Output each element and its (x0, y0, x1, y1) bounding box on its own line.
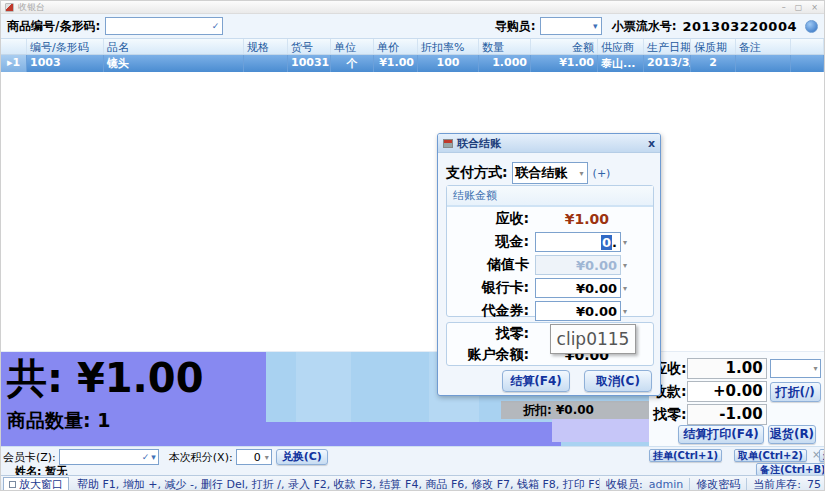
settle-print-button[interactable]: 结算打印(F4) (678, 425, 764, 444)
bank-card-label: 银行卡: (451, 279, 529, 297)
col-qty[interactable]: 数量 (479, 39, 531, 54)
stock-label: 当前库存: (753, 477, 801, 491)
minimize-icon[interactable]: – (782, 3, 786, 12)
chevron-down-icon: ▾ (151, 453, 156, 462)
zoom-window-tab[interactable]: 放大窗口 (3, 477, 69, 491)
checkbox-icon (9, 481, 16, 488)
col-name[interactable]: 品名 (104, 39, 244, 54)
quick-amount-select[interactable]: ▾ (770, 359, 821, 378)
product-code-label: 商品编号/条形码: (7, 18, 100, 35)
change-label: 找零: (653, 406, 687, 424)
table-row[interactable]: ▸1 1003 镜头 10031 个 ¥1.00 100 1.000 ¥1.00… (1, 55, 824, 72)
total-line: 共: ¥1.00 (7, 354, 260, 402)
change-password-link[interactable]: 修改密码 (696, 477, 740, 491)
col-shelflife[interactable]: 保质期 (691, 39, 736, 54)
total-label: 共: (7, 355, 63, 401)
product-code-input[interactable]: ✓ (105, 17, 223, 35)
dialog-settle-button[interactable]: 结算(F4) (502, 370, 570, 392)
member-card-input[interactable]: ✓ ▾ (59, 449, 159, 465)
close-icon[interactable]: × (811, 3, 818, 12)
voucher-input[interactable]: ¥0.00 (535, 301, 621, 321)
dialog-cancel-button[interactable]: 取消(C) (584, 370, 652, 392)
title-bar: 收银台 – ▢ × (1, 1, 824, 14)
stored-card-input: ¥0.00 (535, 255, 621, 275)
cell-proddate: 2013/3/1 (644, 55, 691, 72)
bank-card-input[interactable]: ¥0.00 (535, 278, 621, 298)
globe-icon[interactable] (805, 20, 818, 33)
hold-order-button[interactable]: 挂单(Ctrl+1) (649, 449, 722, 462)
dialog-close-icon[interactable]: x (648, 137, 655, 150)
window-title: 收银台 (18, 1, 45, 14)
cashier-value: admin (649, 478, 683, 491)
chevron-down-icon[interactable]: ▾ (623, 238, 627, 247)
pay-method-value: 联合结账 (516, 164, 578, 182)
discount-button[interactable]: 打折(/) (770, 382, 821, 402)
total-value: ¥1.00 (77, 355, 204, 401)
col-filler (791, 39, 824, 54)
maximize-icon[interactable]: ▢ (795, 3, 803, 12)
points-input[interactable]: 0 ▾ (236, 449, 272, 465)
purple-strip (266, 422, 561, 446)
receipt-label: 小票流水号: (612, 18, 677, 35)
col-discount[interactable]: 折扣率% (418, 39, 479, 54)
col-code[interactable]: 编号/条形码 (27, 39, 104, 54)
col-spec[interactable]: 规格 (244, 39, 288, 54)
exchange-button[interactable]: 兑换(C) (276, 449, 328, 465)
zoom-window-label: 放大窗口 (19, 477, 63, 491)
dlg-receivable-label: 应收: (451, 210, 529, 228)
chevron-down-icon: ▾ (623, 261, 627, 270)
discount-label: 折扣: (523, 402, 552, 419)
chevron-down-icon: ▾ (580, 169, 584, 178)
col-proddate[interactable]: 生产日期 (644, 39, 691, 54)
top-toolbar: 商品编号/条形码: ✓ 导购员: ▾ 小票流水号: 201303220004 (1, 14, 824, 38)
member-card-label: 会员卡(Z): (3, 450, 56, 465)
guide-label: 导购员: (495, 18, 536, 35)
cell-supplier: 泰山... (598, 55, 644, 72)
cash-rest-text: . (612, 235, 617, 250)
dlg-change-label: 找零: (451, 325, 529, 343)
lavender-patch (552, 419, 649, 442)
guide-select[interactable]: ▾ (540, 17, 602, 35)
col-artno[interactable]: 货号 (288, 39, 331, 54)
settlement-dialog: 联合结账 x 支付方式: 联合结账 ▾ (+) 结账金额 应收: ¥1.00 现… (437, 133, 661, 396)
chevron-down-icon: ▾ (593, 22, 598, 31)
cash-input[interactable]: 0. (535, 232, 621, 252)
cell-qty: 1.000 (479, 55, 531, 72)
cell-code: 1003 (27, 55, 104, 72)
col-amount[interactable]: 金额 (531, 39, 598, 54)
col-unit[interactable]: 单位 (331, 39, 374, 54)
status-bar: 放大窗口 帮助 F1, 增加 +, 减少 -, 删行 Del, 打折 /, 录入… (1, 475, 824, 491)
chevron-down-icon[interactable]: ▾ (623, 284, 627, 293)
col-supplier[interactable]: 供应商 (598, 39, 644, 54)
return-button[interactable]: 退货(R) (768, 425, 816, 444)
col-price[interactable]: 单价 (374, 39, 418, 54)
chevron-down-icon[interactable]: ▾ (623, 307, 627, 316)
points-label: 本次积分(X): (169, 450, 233, 465)
discount-value: ¥0.00 (556, 403, 594, 417)
table-empty-area[interactable] (1, 72, 824, 352)
add-pay-method-button[interactable]: (+) (593, 167, 611, 180)
stored-card-label: 储值卡 (451, 256, 529, 274)
cash-label: 现金: (451, 233, 529, 251)
dialog-title: 联合结账 (457, 136, 501, 151)
quantity-label: 商品数量: (7, 409, 91, 431)
chevron-down-icon: ▾ (265, 453, 269, 462)
pay-method-select[interactable]: 联合结账 ▾ (512, 162, 588, 184)
received-input[interactable]: +0.00 (687, 381, 767, 402)
cell-shelflife: 2 (691, 55, 736, 72)
retrieve-order-button[interactable]: 取单(Ctrl+2) (734, 449, 807, 462)
voucher-label: 代金券: (451, 302, 529, 320)
dialog-title-bar[interactable]: 联合结账 x (438, 134, 660, 153)
panel-close-icon[interactable]: × (812, 449, 820, 460)
cell-remark (736, 55, 791, 72)
chevron-down-icon: ▾ (814, 364, 818, 373)
hotkey-help-text: 帮助 F1, 增加 +, 减少 -, 删行 Del, 打折 /, 录入 F2, … (77, 477, 599, 491)
member-bar: 会员卡(Z): ✓ ▾ 本次积分(X): 0 ▾ 兑换(C) 姓名: 暂无 挂单… (1, 446, 824, 475)
receipt-number: 201303220004 (682, 19, 797, 34)
cell-spec (244, 55, 288, 72)
col-remark[interactable]: 备注 (736, 39, 791, 54)
col-indicator (1, 39, 27, 54)
change-display: -1.00 (687, 404, 767, 425)
dialog-icon (443, 139, 453, 148)
cell-artno: 10031 (288, 55, 331, 72)
